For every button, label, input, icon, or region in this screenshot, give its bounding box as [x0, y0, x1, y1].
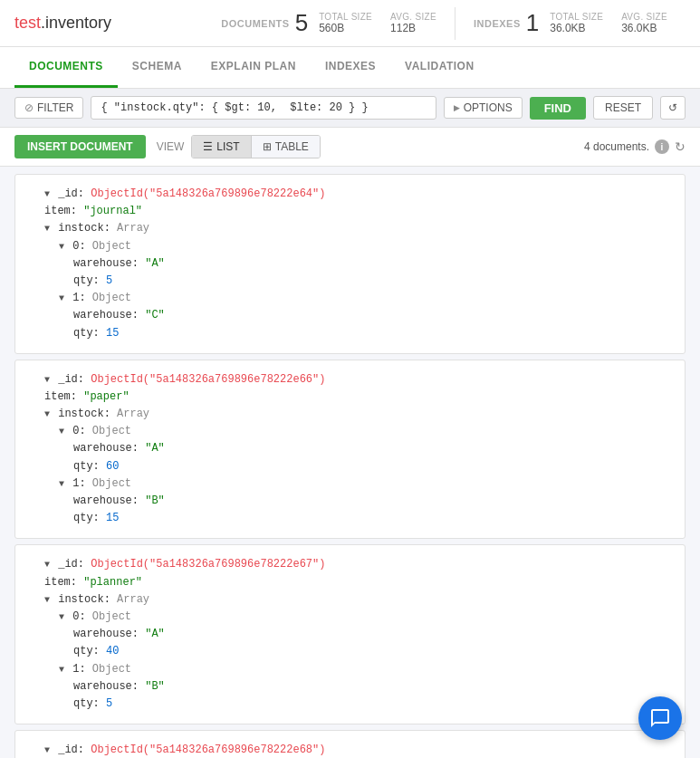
tab-explain-plan[interactable]: EXPLAIN PLAN [197, 47, 311, 88]
header: test.inventory DOCUMENTS 5 TOTAL SIZE 56… [0, 0, 700, 47]
tab-schema[interactable]: SCHEMA [118, 47, 197, 88]
document-count: 4 documents. i ↻ [584, 139, 686, 154]
instock-item-0: ▼ 0: Object [30, 423, 670, 440]
logo: test.inventory [14, 14, 111, 33]
doc-id-row: ▼ _id: ObjectId("5a148326a769896e78222e6… [30, 371, 670, 389]
chat-widget[interactable] [638, 696, 682, 740]
indexes-total-size-label: TOTAL SIZE [550, 12, 603, 22]
collapse-obj-icon[interactable]: ▼ [59, 665, 64, 675]
indexes-count: 1 [526, 9, 539, 37]
qty-row-0: qty: 60 [30, 458, 670, 475]
warehouse-row-0: warehouse: "A" [30, 255, 670, 273]
indexes-avg-size: 36.0KB [621, 22, 667, 34]
view-toggle: ☰ LIST ⊞ TABLE [191, 135, 320, 158]
table-icon: ⊞ [263, 140, 272, 153]
logo-inventory: .inventory [41, 14, 111, 32]
refresh-icon[interactable]: ↻ [675, 139, 686, 154]
doc-instock-row: ▼ instock: Array [30, 220, 670, 237]
options-button[interactable]: OPTIONS [444, 97, 523, 119]
filter-button[interactable]: ⊘ FILTER [14, 97, 83, 119]
tab-documents[interactable]: DOCUMENTS [14, 47, 118, 88]
indexes-total-size: 36.0KB [550, 22, 603, 34]
tab-validation[interactable]: VALIDATION [390, 47, 489, 88]
list-icon: ☰ [203, 140, 213, 153]
collapse-obj-icon[interactable]: ▼ [59, 293, 64, 303]
doc-id-row: ▼ _id: ObjectId("5a148326a769896e78222e6… [30, 556, 670, 573]
query-toolbar: ⊘ FILTER OPTIONS FIND RESET ↺ [0, 89, 700, 128]
insert-document-button[interactable]: INSERT DOCUMENT [14, 135, 146, 158]
instock-item-0: ▼ 0: Object [30, 609, 670, 626]
chat-icon [649, 707, 671, 729]
doc-count-text: 4 documents. [584, 140, 649, 153]
filter-label: FILTER [37, 101, 73, 114]
warehouse-row-1: warehouse: "C" [30, 307, 670, 324]
instock-item-1: ▼ 1: Object [30, 661, 670, 678]
instock-item-1: ▼ 1: Object [30, 475, 670, 493]
collapse-icon[interactable]: ▼ [44, 189, 50, 199]
qty-row-0: qty: 5 [30, 273, 670, 290]
table-row: ▼ _id: ObjectId("5a148326a769896e78222e6… [14, 730, 686, 758]
collapse-obj-icon[interactable]: ▼ [59, 427, 64, 437]
warehouse-row-0: warehouse: "A" [30, 626, 670, 643]
options-label: OPTIONS [464, 101, 513, 114]
warehouse-row-0: warehouse: "A" [30, 440, 670, 457]
doc-item-row: item: "journal" [30, 203, 670, 220]
collapse-obj-icon[interactable]: ▼ [59, 612, 64, 622]
warehouse-row-1: warehouse: "B" [30, 493, 670, 510]
qty-row-1: qty: 15 [30, 325, 670, 342]
documents-label: DOCUMENTS [221, 18, 289, 29]
avg-size-label: AVG. SIZE [390, 12, 436, 22]
qty-row-1: qty: 15 [30, 510, 670, 527]
tab-indexes[interactable]: INDEXES [311, 47, 390, 88]
instock-item-0: ▼ 0: Object [30, 238, 670, 255]
filter-icon: ⊘ [24, 101, 34, 114]
doc-instock-row: ▼ instock: Array [30, 591, 670, 609]
info-icon[interactable]: i [655, 139, 669, 154]
collapse-array-icon[interactable]: ▼ [44, 224, 50, 234]
table-view-button[interactable]: ⊞ TABLE [252, 136, 320, 158]
qty-row-0: qty: 40 [30, 643, 670, 660]
instock-item-1: ▼ 1: Object [30, 290, 670, 307]
doc-id-row: ▼ _id: ObjectId("5a148326a769896e78222e6… [30, 186, 670, 203]
total-size-label: TOTAL SIZE [319, 12, 372, 22]
documents-area: ▼ _id: ObjectId("5a148326a769896e78222e6… [0, 167, 700, 758]
collapse-icon[interactable]: ▼ [44, 375, 50, 385]
collapse-icon[interactable]: ▼ [44, 560, 50, 570]
header-stats: DOCUMENTS 5 TOTAL SIZE 560B AVG. SIZE 11… [203, 7, 686, 40]
view-label: VIEW [157, 140, 185, 153]
action-bar: INSERT DOCUMENT VIEW ☰ LIST ⊞ TABLE 4 do… [0, 128, 700, 167]
table-row: ▼ _id: ObjectId("5a148326a769896e78222e6… [14, 544, 686, 724]
qty-row-1: qty: 5 [30, 696, 670, 713]
table-label: TABLE [275, 140, 309, 153]
indexes-avg-size-label: AVG. SIZE [621, 12, 667, 22]
history-button[interactable]: ↺ [660, 96, 686, 120]
doc-item-row: item: "planner" [30, 574, 670, 591]
collapse-array-icon[interactable]: ▼ [44, 409, 50, 419]
documents-stat: DOCUMENTS 5 TOTAL SIZE 560B AVG. SIZE 11… [203, 9, 455, 37]
table-row: ▼ _id: ObjectId("5a148326a769896e78222e6… [14, 174, 686, 354]
tabs-bar: DOCUMENTS SCHEMA EXPLAIN PLAN INDEXES VA… [0, 47, 700, 89]
table-row: ▼ _id: ObjectId("5a148326a769896e78222e6… [14, 360, 686, 540]
warehouse-row-1: warehouse: "B" [30, 678, 670, 696]
collapse-obj-icon[interactable]: ▼ [59, 242, 64, 252]
documents-count: 5 [295, 9, 308, 37]
documents-total-size: 560B [319, 22, 372, 34]
indexes-label: INDEXES [474, 18, 521, 29]
find-button[interactable]: FIND [530, 97, 586, 120]
query-input[interactable] [91, 96, 436, 120]
doc-id-row: ▼ _id: ObjectId("5a148326a769896e78222e6… [30, 742, 670, 758]
reset-button[interactable]: RESET [593, 96, 653, 120]
doc-instock-row: ▼ instock: Array [30, 406, 670, 423]
list-view-button[interactable]: ☰ LIST [192, 136, 251, 158]
indexes-stat: INDEXES 1 TOTAL SIZE 36.0KB AVG. SIZE 36… [455, 9, 686, 37]
documents-avg-size: 112B [390, 22, 436, 34]
list-label: LIST [216, 140, 239, 153]
doc-item-row: item: "paper" [30, 389, 670, 406]
collapse-icon[interactable]: ▼ [44, 745, 50, 755]
collapse-obj-icon[interactable]: ▼ [59, 479, 64, 489]
collapse-array-icon[interactable]: ▼ [44, 595, 50, 605]
logo-test: test [14, 14, 41, 32]
